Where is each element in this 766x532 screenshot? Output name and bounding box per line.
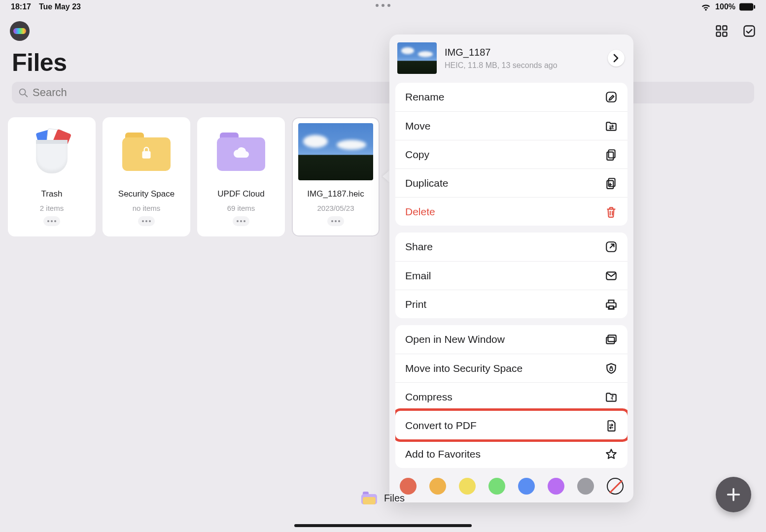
page-title: Files — [12, 48, 67, 77]
context-file-subtitle: HEIC, 11.8 MB, 13 seconds ago — [445, 61, 600, 70]
menu-group-share: Share Email Print — [395, 233, 627, 318]
svg-line-8 — [25, 95, 28, 97]
file-subtitle: 2 items — [40, 204, 64, 212]
file-name: Trash — [41, 189, 63, 199]
add-button[interactable] — [716, 477, 751, 512]
file-subtitle: 69 items — [227, 204, 255, 212]
share-icon — [605, 240, 618, 253]
menu-open-new-window[interactable]: Open in New Window — [395, 325, 627, 354]
more-button[interactable] — [233, 216, 249, 226]
file-card-trash[interactable]: Trash 2 items — [8, 117, 96, 236]
copy-icon — [605, 148, 618, 161]
file-name: Security Space — [118, 189, 174, 199]
svg-rect-6 — [744, 26, 755, 36]
file-name: IMG_1187.heic — [307, 189, 364, 199]
svg-rect-17 — [609, 306, 614, 308]
svg-rect-2 — [717, 26, 721, 30]
svg-rect-13 — [609, 178, 615, 186]
trash-icon — [14, 123, 89, 180]
files-folder-icon — [361, 492, 377, 504]
folder-icon — [109, 123, 184, 180]
context-header[interactable]: IMG_1187 HEIC, 11.8 MB, 13 seconds ago — [395, 40, 627, 76]
search-icon — [18, 87, 29, 98]
menu-convert-pdf[interactable]: Convert to PDF — [395, 411, 627, 439]
status-bar: 18:17 Tue May 23 100% — [0, 0, 766, 14]
menu-copy[interactable]: Copy — [395, 140, 627, 168]
color-tag-orange[interactable] — [429, 478, 446, 495]
window-icon — [605, 333, 618, 346]
menu-share[interactable]: Share — [395, 233, 627, 261]
cloud-icon — [233, 147, 249, 160]
file-card-img-1187[interactable]: IMG_1187.heic 2023/05/23 — [292, 117, 380, 236]
lock-icon — [140, 145, 153, 162]
svg-rect-20 — [610, 367, 612, 370]
more-button[interactable] — [327, 216, 344, 226]
color-tags — [395, 475, 627, 496]
bottom-tab-files[interactable]: Files — [361, 492, 405, 504]
menu-rename[interactable]: Rename — [395, 83, 627, 111]
battery-icon — [739, 3, 755, 11]
more-button[interactable] — [43, 216, 60, 226]
menu-group-actions: Open in New Window Move into Security Sp… — [395, 325, 627, 468]
status-time: 18:17 — [11, 2, 31, 11]
photo-thumbnail — [298, 123, 373, 180]
file-subtitle: no items — [133, 204, 161, 212]
battery-percent: 100% — [715, 2, 735, 11]
menu-move-security[interactable]: Move into Security Space — [395, 354, 627, 382]
svg-rect-0 — [739, 3, 753, 10]
app-avatar[interactable] — [10, 21, 30, 41]
file-name: UPDF Cloud — [217, 189, 264, 199]
svg-rect-11 — [609, 150, 615, 158]
svg-rect-9 — [142, 151, 150, 159]
svg-point-7 — [20, 89, 26, 95]
menu-compress[interactable]: Compress — [395, 382, 627, 411]
nav-bar — [0, 19, 766, 43]
svg-rect-4 — [717, 32, 721, 36]
search-field[interactable] — [12, 82, 754, 103]
convert-pdf-icon — [605, 419, 618, 432]
wifi-icon — [700, 2, 711, 11]
select-icon[interactable] — [742, 24, 756, 38]
chevron-right-icon[interactable] — [608, 50, 625, 66]
context-menu: IMG_1187 HEIC, 11.8 MB, 13 seconds ago R… — [389, 34, 633, 502]
shield-lock-icon — [605, 362, 618, 375]
popover-pointer — [383, 170, 389, 182]
file-subtitle: 2023/05/23 — [317, 204, 354, 212]
menu-email[interactable]: Email — [395, 261, 627, 290]
color-tag-green[interactable] — [488, 478, 505, 495]
multitask-dots[interactable] — [376, 4, 390, 7]
context-thumbnail — [397, 42, 437, 74]
color-tag-gray[interactable] — [577, 478, 594, 495]
rename-icon — [605, 91, 618, 103]
svg-rect-12 — [607, 152, 613, 160]
trash-icon — [605, 205, 618, 218]
compress-icon — [605, 391, 618, 403]
duplicate-icon — [605, 177, 618, 190]
color-tag-blue[interactable] — [518, 478, 535, 495]
file-card-security-space[interactable]: Security Space no items — [103, 117, 190, 236]
svg-rect-5 — [723, 32, 727, 36]
color-tag-yellow[interactable] — [459, 478, 476, 495]
color-tag-purple[interactable] — [548, 478, 564, 495]
more-button[interactable] — [138, 216, 155, 226]
folder-icon — [204, 123, 279, 180]
mail-icon — [605, 269, 618, 282]
print-icon — [605, 298, 618, 311]
menu-duplicate[interactable]: Duplicate — [395, 168, 627, 197]
svg-rect-3 — [723, 26, 727, 30]
home-indicator[interactable] — [294, 524, 472, 527]
color-tag-none[interactable] — [607, 478, 624, 495]
view-grid-icon[interactable] — [715, 24, 729, 38]
svg-rect-1 — [754, 5, 755, 9]
file-card-updf-cloud[interactable]: UPDF Cloud 69 items — [197, 117, 285, 236]
files-grid: Trash 2 items Security Space no items UP… — [8, 117, 380, 236]
status-date: Tue May 23 — [39, 2, 81, 11]
menu-print[interactable]: Print — [395, 290, 627, 318]
menu-move[interactable]: Move — [395, 111, 627, 140]
star-icon — [605, 448, 618, 461]
move-icon — [605, 120, 618, 133]
menu-delete[interactable]: Delete — [395, 197, 627, 226]
menu-group-file: Rename Move Copy Duplicate Delete — [395, 83, 627, 226]
context-file-title: IMG_1187 — [445, 47, 600, 58]
menu-add-favorite[interactable]: Add to Favorites — [395, 439, 627, 468]
